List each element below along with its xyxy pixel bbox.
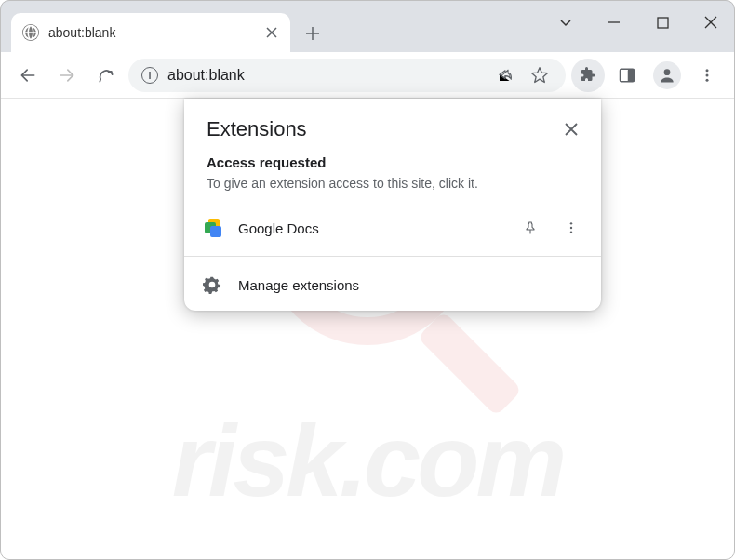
svg-point-4 [664, 69, 671, 75]
gear-icon [201, 275, 223, 294]
pin-button[interactable] [517, 220, 543, 235]
svg-point-10 [570, 231, 572, 233]
google-docs-icon [201, 217, 223, 239]
menu-button[interactable] [690, 59, 724, 92]
title-bar: about:blank [0, 0, 735, 52]
url-text: about:blank [167, 67, 484, 84]
page-content: risk.com Extensions Access requested To … [0, 99, 735, 560]
share-icon[interactable] [493, 67, 517, 84]
browser-tab[interactable]: about:blank [11, 13, 290, 52]
address-bar[interactable]: i about:blank [128, 59, 566, 92]
access-requested-text: To give an extension access to this site… [207, 176, 579, 191]
svg-point-7 [706, 78, 709, 81]
toolbar: i about:blank [0, 52, 735, 99]
globe-icon [22, 24, 39, 41]
maximize-button[interactable] [649, 9, 675, 35]
tab-close-button[interactable] [264, 25, 279, 40]
svg-rect-1 [658, 18, 668, 28]
tab-title: about:blank [48, 25, 255, 40]
popup-close-button[interactable] [560, 118, 582, 140]
svg-point-9 [570, 227, 572, 229]
svg-point-8 [570, 222, 572, 224]
extension-more-button[interactable] [558, 220, 584, 235]
extension-name: Google Docs [238, 220, 502, 236]
side-panel-icon[interactable] [610, 59, 644, 92]
manage-extensions-button[interactable]: Manage extensions [184, 262, 601, 307]
reload-button[interactable] [89, 59, 123, 92]
access-requested-heading: Access requested [207, 154, 579, 170]
extensions-button[interactable] [571, 59, 605, 92]
popup-title: Extensions [207, 117, 307, 141]
extension-row[interactable]: Google Docs [184, 206, 601, 250]
extensions-popup: Extensions Access requested To give an e… [184, 99, 601, 311]
divider [184, 256, 601, 257]
chevron-down-icon[interactable] [553, 9, 579, 35]
site-info-icon[interactable]: i [141, 67, 158, 84]
bookmark-icon[interactable] [527, 66, 553, 85]
svg-rect-3 [628, 69, 635, 82]
close-window-button[interactable] [698, 9, 724, 35]
new-tab-button[interactable] [298, 19, 327, 48]
svg-point-6 [706, 73, 709, 76]
profile-avatar[interactable] [653, 61, 681, 89]
minimize-button[interactable] [601, 9, 627, 35]
forward-button[interactable] [50, 59, 84, 92]
svg-point-5 [706, 69, 709, 72]
manage-extensions-label: Manage extensions [238, 277, 359, 293]
back-button[interactable] [11, 59, 45, 92]
window-controls [553, 9, 724, 35]
